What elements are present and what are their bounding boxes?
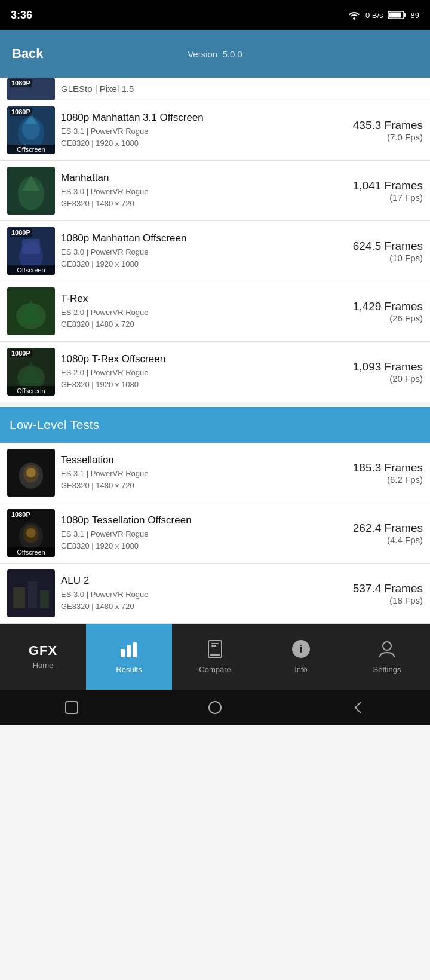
score-fps-manhattan31-offscreen: (7.0 Fps) [339, 132, 423, 142]
benchmark-item-manhattan31-offscreen: 1080POffscreen1080p Manhattan 3.1 Offscr… [0, 100, 430, 161]
benchmark-item-manhattan: ManhattanES 3.0 | PowerVR Rogue GE8320 |… [0, 161, 430, 221]
nav-home-label: Home [33, 661, 54, 670]
svg-point-41 [383, 642, 391, 650]
nav-results-label: Results [116, 665, 142, 674]
score-frames-manhattan31-offscreen: 435.3 Frames [339, 119, 423, 132]
item-info-manhattan: ManhattanES 3.0 | PowerVR Rogue GE8320 |… [55, 172, 339, 209]
item-score-manhattan-offscreen: 624.5 Frames(10 Fps) [339, 240, 423, 263]
status-bar: 3:36 0 B/s 89 [0, 0, 430, 30]
svg-rect-13 [22, 239, 40, 254]
item-sub-tessellation: ES 3.1 | PowerVR Rogue GE8320 | 1480 x 7… [61, 468, 333, 491]
battery-percent: 89 [411, 11, 419, 20]
item-info-tessellation: TessellationES 3.1 | PowerVR Rogue GE832… [55, 454, 339, 491]
home-icon: GFX [29, 644, 57, 657]
svg-rect-37 [211, 645, 216, 647]
page-header: Back Version: 5.0.0 [0, 30, 430, 78]
item-sub-alu2: ES 3.0 | PowerVR Rogue GE8320 | 1480 x 7… [61, 589, 333, 612]
status-icons: 0 B/s 89 [348, 10, 419, 20]
item-score-tessellation: 185.3 Frames(6.2 Fps) [339, 461, 423, 485]
score-fps-manhattan: (17 Fps) [339, 192, 423, 203]
svg-point-0 [353, 17, 355, 20]
nav-item-home[interactable]: GFX Home [0, 624, 86, 690]
thumb-alu2 [7, 569, 55, 617]
svg-rect-36 [211, 643, 219, 644]
nav-item-results[interactable]: Results [86, 624, 172, 690]
benchmark-item-trex-offscreen: 1080POffscreen1080p T-Rex OffscreenES 2.… [0, 342, 430, 402]
compare-icon [207, 639, 223, 662]
bottom-nav: GFX Home Results Compare [0, 624, 430, 690]
thumb-trex-offscreen: 1080POffscreen [7, 348, 55, 396]
item-sub-manhattan: ES 3.0 | PowerVR Rogue GE8320 | 1480 x 7… [61, 186, 333, 209]
item-title-tessellation: Tessellation [61, 454, 333, 466]
version-label: Version: 5.0.0 [0, 49, 430, 59]
item-title-manhattan-offscreen: 1080p Manhattan Offscreen [61, 232, 333, 244]
circle-button[interactable] [204, 697, 226, 718]
score-frames-tessellation-offscreen: 262.4 Frames [339, 522, 423, 535]
thumb-trex [7, 287, 55, 335]
svg-rect-38 [210, 654, 220, 656]
low-level-list: TessellationES 3.1 | PowerVR Rogue GE832… [0, 443, 430, 624]
thumb-manhattan-offscreen: 1080POffscreen [7, 227, 55, 275]
item-title-tessellation-offscreen: 1080p Tessellation Offscreen [61, 514, 333, 526]
score-frames-trex: 1,429 Frames [339, 300, 423, 313]
svg-rect-32 [121, 649, 125, 657]
score-fps-manhattan-offscreen: (10 Fps) [339, 253, 423, 263]
thumb-manhattan [7, 167, 55, 215]
back-triangle-button[interactable] [348, 697, 369, 718]
benchmark-item-manhattan-offscreen: 1080POffscreen1080p Manhattan OffscreenE… [0, 221, 430, 281]
item-info-tessellation-offscreen: 1080p Tessellation OffscreenES 3.1 | Pow… [55, 514, 339, 552]
svg-rect-42 [66, 702, 78, 713]
svg-rect-29 [13, 587, 25, 608]
svg-rect-2 [404, 13, 406, 17]
square-button[interactable] [61, 697, 82, 718]
svg-point-23 [26, 468, 36, 477]
svg-rect-33 [127, 645, 131, 657]
low-level-section-header: Low-Level Tests [0, 407, 430, 443]
item-title-manhattan31-offscreen: 1080p Manhattan 3.1 Offscreen [61, 112, 333, 124]
score-fps-alu2: (18 Fps) [339, 595, 423, 605]
nav-item-settings[interactable]: Settings [344, 624, 430, 690]
score-frames-manhattan-offscreen: 624.5 Frames [339, 240, 423, 253]
item-info-trex-offscreen: 1080p T-Rex OffscreenES 2.0 | PowerVR Ro… [55, 353, 339, 390]
item-score-trex: 1,429 Frames(26 Fps) [339, 300, 423, 323]
item-score-manhattan31-offscreen: 435.3 Frames(7.0 Fps) [339, 119, 423, 142]
svg-point-43 [209, 702, 221, 713]
time-display: 3:36 [11, 9, 32, 22]
settings-icon [378, 639, 396, 662]
score-fps-trex-offscreen: (20 Fps) [339, 373, 423, 384]
svg-rect-30 [28, 581, 37, 608]
svg-point-27 [26, 528, 36, 538]
results-icon [119, 639, 139, 662]
item-score-alu2: 537.4 Frames(18 Fps) [339, 582, 423, 605]
item-score-manhattan: 1,041 Frames(17 Fps) [339, 179, 423, 203]
score-frames-trex-offscreen: 1,093 Frames [339, 360, 423, 373]
benchmark-item-tessellation-offscreen: 1080POffscreen1080p Tessellation Offscre… [0, 503, 430, 564]
svg-rect-34 [133, 642, 137, 657]
item-info-trex: T-RexES 2.0 | PowerVR Rogue GE8320 | 148… [55, 293, 339, 330]
nav-item-info[interactable]: i Info [258, 624, 344, 690]
item-info-manhattan31-offscreen: 1080p Manhattan 3.1 OffscreenES 3.1 | Po… [55, 112, 339, 149]
back-button[interactable]: Back [12, 46, 44, 62]
info-icon: i [291, 639, 311, 662]
score-fps-tessellation-offscreen: (4.4 Fps) [339, 535, 423, 545]
svg-rect-31 [40, 590, 49, 608]
score-fps-trex: (26 Fps) [339, 313, 423, 323]
item-title-trex: T-Rex [61, 293, 333, 305]
score-frames-alu2: 537.4 Frames [339, 582, 423, 595]
item-title-manhattan: Manhattan [61, 172, 333, 184]
item-sub-trex-offscreen: ES 2.0 | PowerVR Rogue GE8320 | 1920 x 1… [61, 367, 333, 390]
nav-info-label: Info [294, 665, 308, 674]
svg-text:i: i [299, 643, 302, 655]
item-sub-manhattan-offscreen: ES 3.0 | PowerVR Rogue GE8320 | 1920 x 1… [61, 246, 333, 270]
item-sub-tessellation-offscreen: ES 3.1 | PowerVR Rogue GE8320 | 1920 x 1… [61, 528, 333, 552]
battery-icon [388, 10, 406, 20]
nav-item-compare[interactable]: Compare [172, 624, 258, 690]
data-speed: 0 B/s [366, 11, 383, 20]
item-score-trex-offscreen: 1,093 Frames(20 Fps) [339, 360, 423, 384]
thumb-tessellation-offscreen: 1080POffscreen [7, 509, 55, 557]
partial-item-text: GLESto | Pixel 1.5 [61, 84, 134, 94]
nav-settings-label: Settings [373, 665, 401, 674]
system-nav-bar [0, 690, 430, 725]
benchmark-item-trex: T-RexES 2.0 | PowerVR Rogue GE8320 | 148… [0, 281, 430, 342]
item-title-trex-offscreen: 1080p T-Rex Offscreen [61, 353, 333, 365]
